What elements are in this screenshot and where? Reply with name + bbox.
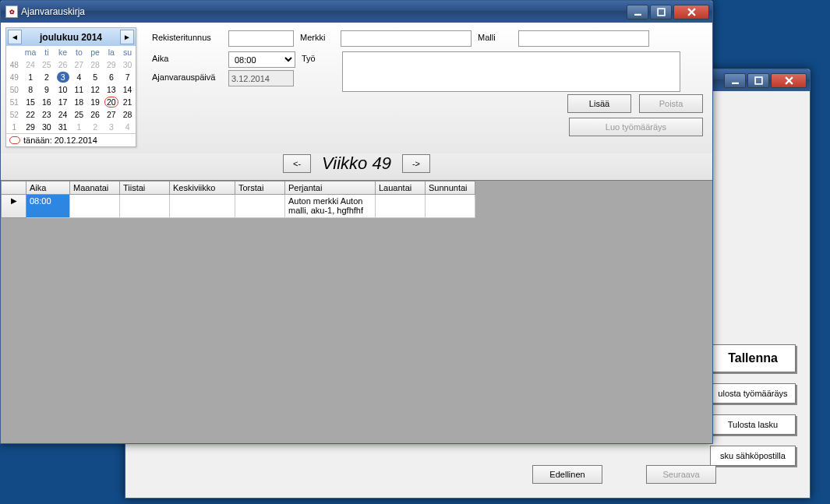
time-select[interactable]: 08:00 bbox=[228, 51, 295, 68]
next-button[interactable]: Seuraava bbox=[646, 465, 716, 484]
email-invoice-button[interactable]: sku sähköpostilla bbox=[710, 446, 796, 466]
calendar-day[interactable]: 22 bbox=[23, 108, 39, 121]
week-next-button[interactable]: -> bbox=[402, 154, 430, 173]
calendar-day[interactable]: 30 bbox=[39, 121, 55, 133]
print-workorder-button[interactable]: ulosta työmääräys bbox=[710, 383, 796, 404]
calendar-day[interactable]: 28 bbox=[87, 58, 104, 71]
front-titlebar[interactable]: ✿ Ajanvarauskirja bbox=[1, 1, 712, 23]
appointment-form: Rekisteritunnus Merkki Malli Aika 08:00 … bbox=[152, 27, 708, 147]
calendar-day[interactable]: 1 bbox=[71, 121, 87, 133]
back-maximize-button[interactable] bbox=[747, 73, 769, 88]
calendar-day[interactable]: 3 bbox=[55, 71, 71, 83]
grid-cell[interactable] bbox=[426, 195, 475, 218]
maximize-button[interactable] bbox=[650, 5, 672, 19]
grid-column-header[interactable]: Keskiviikko bbox=[170, 182, 235, 195]
calendar-day[interactable]: 7 bbox=[119, 71, 136, 83]
grid-column-header[interactable]: Perjantai bbox=[285, 182, 376, 195]
label-time: Aika bbox=[152, 51, 222, 63]
calendar-dow: la bbox=[104, 46, 120, 58]
calendar-day[interactable]: 20 bbox=[104, 96, 120, 108]
today-marker-icon bbox=[9, 136, 20, 144]
back-minimize-button[interactable] bbox=[724, 73, 746, 88]
grid-column-header[interactable]: Torstai bbox=[235, 182, 285, 195]
grid-cell[interactable] bbox=[376, 195, 426, 218]
calendar-dow: to bbox=[71, 46, 87, 58]
month-calendar[interactable]: ◄ joulukuu 2014 ► matiketopelasu 4824252… bbox=[5, 27, 136, 147]
calendar-day[interactable]: 13 bbox=[104, 83, 120, 96]
cal-prev-month-button[interactable]: ◄ bbox=[8, 30, 22, 44]
grid-cell[interactable] bbox=[170, 195, 235, 218]
grid-column-header[interactable]: Tiistai bbox=[120, 182, 170, 195]
add-button[interactable]: Lisää bbox=[567, 94, 631, 113]
calendar-day[interactable]: 8 bbox=[23, 83, 39, 96]
calendar-day[interactable]: 18 bbox=[71, 96, 87, 108]
schedule-grid[interactable]: AikaMaanataiTiistaiKeskiviikkoTorstaiPer… bbox=[1, 181, 475, 218]
grid-cell[interactable] bbox=[70, 195, 120, 218]
calendar-day[interactable]: 29 bbox=[104, 58, 120, 71]
back-close-button[interactable] bbox=[771, 73, 807, 88]
calendar-day[interactable]: 19 bbox=[87, 96, 104, 108]
prev-button[interactable]: Edellinen bbox=[532, 465, 602, 484]
label-brand: Merkki bbox=[300, 30, 334, 42]
brand-input[interactable] bbox=[341, 30, 472, 47]
calendar-day[interactable]: 16 bbox=[39, 96, 55, 108]
calendar-day[interactable]: 28 bbox=[119, 108, 136, 121]
create-workorder-button[interactable]: Luo työmääräys bbox=[569, 118, 703, 136]
calendar-day[interactable]: 26 bbox=[55, 58, 71, 71]
model-input[interactable] bbox=[518, 30, 649, 47]
calendar-day[interactable]: 14 bbox=[119, 83, 136, 96]
calendar-day[interactable]: 30 bbox=[119, 58, 136, 71]
calendar-day[interactable]: 27 bbox=[71, 58, 87, 71]
week-prev-button[interactable]: <- bbox=[283, 154, 311, 173]
calendar-day[interactable]: 2 bbox=[39, 71, 55, 83]
calendar-day[interactable]: 25 bbox=[39, 58, 55, 71]
remove-button[interactable]: Poista bbox=[639, 94, 703, 113]
grid-column-header[interactable]: Sunnuntai bbox=[426, 182, 475, 195]
calendar-week-number: 48 bbox=[6, 58, 23, 71]
row-selector-icon[interactable]: ▶ bbox=[2, 195, 26, 218]
close-button[interactable] bbox=[673, 5, 709, 19]
window-title: Ajanvarauskirja bbox=[21, 6, 627, 17]
calendar-day[interactable]: 25 bbox=[71, 108, 87, 121]
cal-next-month-button[interactable]: ► bbox=[120, 30, 134, 44]
save-button[interactable]: Tallenna bbox=[710, 344, 796, 372]
calendar-day[interactable]: 10 bbox=[55, 83, 71, 96]
calendar-day[interactable]: 9 bbox=[39, 83, 55, 96]
calendar-day[interactable]: 26 bbox=[87, 108, 104, 121]
calendar-day[interactable]: 27 bbox=[104, 108, 120, 121]
grid-column-header[interactable]: Lauantai bbox=[376, 182, 426, 195]
calendar-day[interactable]: 21 bbox=[119, 96, 136, 108]
print-invoice-button[interactable]: Tulosta lasku bbox=[710, 414, 796, 435]
grid-cell[interactable] bbox=[235, 195, 285, 218]
calendar-day[interactable]: 3 bbox=[104, 121, 120, 133]
registration-input[interactable] bbox=[228, 30, 294, 47]
calendar-day[interactable]: 2 bbox=[87, 121, 104, 133]
calendar-day[interactable]: 12 bbox=[87, 83, 104, 96]
calendar-day[interactable]: 15 bbox=[23, 96, 39, 108]
grid-column-header[interactable]: Aika bbox=[26, 182, 70, 195]
svg-rect-1 bbox=[755, 77, 762, 84]
calendar-week-number: 52 bbox=[6, 108, 23, 121]
calendar-day[interactable]: 31 bbox=[55, 121, 71, 133]
grid-cell[interactable]: Auton merkki Auton malli, aku-1, hgfhfhf bbox=[285, 195, 376, 218]
grid-column-header[interactable]: Maanatai bbox=[70, 182, 120, 195]
calendar-today-footer[interactable]: tänään: 20.12.2014 bbox=[6, 133, 136, 146]
week-navigation: <- Viikko 49 -> bbox=[1, 153, 712, 180]
calendar-grid[interactable]: matiketopelasu 4824252627282930491234567… bbox=[6, 46, 136, 133]
calendar-day[interactable]: 5 bbox=[87, 71, 104, 83]
calendar-dow: pe bbox=[87, 46, 104, 58]
calendar-day[interactable]: 24 bbox=[23, 58, 39, 71]
calendar-day[interactable]: 4 bbox=[119, 121, 136, 133]
calendar-day[interactable]: 29 bbox=[23, 121, 39, 133]
minimize-button[interactable] bbox=[627, 5, 648, 19]
grid-cell-aika[interactable]: 08:00 bbox=[26, 195, 70, 218]
calendar-day[interactable]: 4 bbox=[71, 71, 87, 83]
calendar-day[interactable]: 1 bbox=[23, 71, 39, 83]
calendar-day[interactable]: 24 bbox=[55, 108, 71, 121]
calendar-day[interactable]: 6 bbox=[104, 71, 120, 83]
grid-cell[interactable] bbox=[120, 195, 170, 218]
calendar-day[interactable]: 11 bbox=[71, 83, 87, 96]
calendar-day[interactable]: 23 bbox=[39, 108, 55, 121]
calendar-day[interactable]: 17 bbox=[55, 96, 71, 108]
calendar-week-number: 51 bbox=[6, 96, 23, 108]
